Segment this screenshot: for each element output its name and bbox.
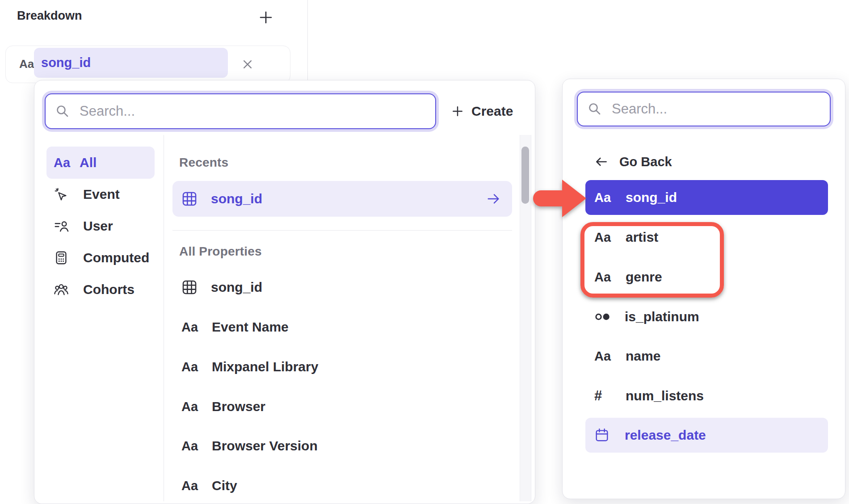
recents-heading: Recents [179,155,228,170]
scrollbar-thumb[interactable] [521,147,529,204]
property-label: Event Name [212,319,289,335]
recent-item-song-id[interactable]: song_id [172,181,512,217]
category-label: All [80,155,97,170]
screen: Breakdown Aa song_id [0,0,849,504]
property-row-browser[interactable]: Aa Browser [172,389,512,424]
value-row-song-id[interactable]: Aa song_id [585,180,828,215]
text-type-icon: Aa [181,360,202,374]
chip-menu-button[interactable] [267,52,285,76]
property-row-browser-version[interactable]: Aa Browser Version [172,428,512,464]
value-row-name[interactable]: Aa name [585,339,828,374]
list-divider [172,230,512,231]
go-back-button[interactable]: Go Back [585,146,672,177]
number-type-icon: # [594,388,615,404]
boolean-type-icon [594,311,614,323]
text-type-icon: Aa [594,230,615,245]
value-row-release-date[interactable]: release_date [585,418,828,453]
property-label: Browser [212,399,265,414]
breakdown-title: Breakdown [17,9,82,23]
search-input[interactable] [611,101,820,118]
property-row-mixpanel-library[interactable]: Aa Mixpanel Library [172,349,512,385]
value-label: num_listens [626,388,704,403]
category-label: User [83,218,113,234]
breakdown-chip: Aa song_id [5,46,290,83]
go-back-label: Go Back [619,155,672,169]
calendar-icon [594,428,614,443]
property-row-event-name[interactable]: Aa Event Name [172,309,512,345]
chip-value-label: song_id [41,55,91,70]
category-label: Computed [83,250,149,265]
user-icon [54,218,73,234]
text-type-icon: Aa [181,399,202,414]
text-type-icon: Aa [594,349,615,364]
cohorts-icon [54,282,73,297]
property-values-panel: Go Back Aa song_id Aa artist Aa genre is… [562,79,845,499]
property-picker-panel: Create Aa All Event User Computed [34,80,535,504]
value-label: release_date [625,428,706,443]
calculator-icon [54,250,73,265]
text-type-icon: Aa [54,155,70,170]
text-type-icon: Aa [181,479,202,493]
remove-breakdown-button[interactable] [235,52,260,76]
table-grid-icon [181,279,201,295]
property-label: Mixpanel Library [212,359,318,374]
search-icon [588,102,602,116]
search-input[interactable] [79,103,425,120]
value-label: name [626,349,660,364]
property-type-icon: Aa [19,57,34,71]
property-row-song-id[interactable]: song_id [172,269,512,305]
text-type-icon: Aa [181,320,202,335]
breakdown-chip-value[interactable]: song_id [34,48,228,78]
plus-icon [258,10,273,25]
category-label: Event [83,187,120,202]
category-computed[interactable]: Computed [46,242,155,274]
category-cohorts[interactable]: Cohorts [46,273,155,306]
value-row-is-platinum[interactable]: is_platinum [585,299,828,334]
add-breakdown-button[interactable] [255,6,277,29]
text-type-icon: Aa [594,270,615,285]
event-cursor-icon [54,187,73,202]
arrow-left-icon [594,155,609,169]
value-label: song_id [626,190,677,205]
table-grid-icon [181,191,201,207]
value-label: artist [626,230,658,245]
value-row-num-listens[interactable]: # num_listens [585,378,828,413]
recent-item-label: song_id [211,191,262,206]
drill-in-arrow-icon[interactable] [486,191,512,206]
search-icon [55,104,70,118]
category-user[interactable]: User [46,210,155,242]
value-label: is_platinum [625,309,699,324]
value-row-artist[interactable]: Aa artist [585,220,828,255]
property-row-city[interactable]: Aa City [172,468,512,504]
category-label: Cohorts [83,282,134,297]
category-all[interactable]: Aa All [46,147,155,179]
sidebar-divider [164,135,164,501]
create-label: Create [471,104,513,119]
text-type-icon: Aa [594,190,615,205]
all-properties-heading: All Properties [179,244,262,259]
close-icon [241,58,254,71]
panel-edge-divider [307,0,308,81]
value-label: genre [626,269,662,285]
property-label: City [212,478,237,493]
plus-icon [451,105,464,118]
right-search [577,92,831,126]
property-label: song_id [211,280,262,295]
property-label: Browser Version [212,438,318,454]
text-type-icon: Aa [181,439,202,454]
value-row-genre[interactable]: Aa genre [585,260,828,294]
create-button[interactable]: Create [451,96,513,126]
category-event[interactable]: Event [46,178,155,210]
left-search [45,93,436,129]
